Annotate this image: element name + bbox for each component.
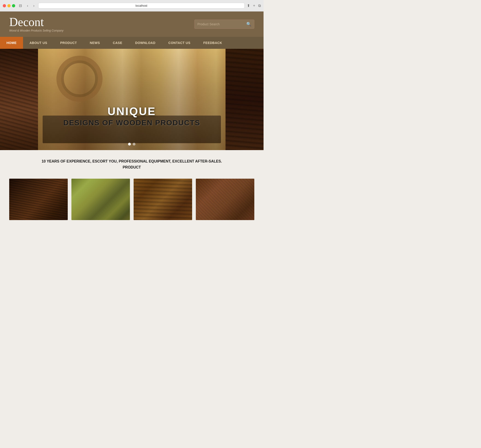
address-bar[interactable]: localhost <box>38 3 245 8</box>
hero-unique-text: UNIQUE <box>63 105 200 118</box>
hero-banner: UNIQUE DESIGNS OF WOODEN PRODUCTS <box>0 49 263 150</box>
nav-item-case[interactable]: CASE <box>106 37 129 49</box>
tagline-text: 10 YEARS OF EXPERIENCE, ESCORT YOU, PROF… <box>9 159 254 163</box>
hero-dot-2[interactable] <box>133 143 135 146</box>
product-section-label: PRODUCT <box>9 165 254 169</box>
search-box[interactable]: 🔍 <box>195 20 254 29</box>
content-section: 10 YEARS OF EXPERIENCE, ESCORT YOU, PROF… <box>0 150 263 174</box>
product-card-2[interactable] <box>71 179 130 220</box>
minimize-button[interactable] <box>7 4 11 7</box>
new-tab-button[interactable]: ＋ <box>252 3 256 8</box>
product-card-3[interactable] <box>134 179 192 220</box>
hero-dot-1[interactable] <box>128 143 131 146</box>
product-card-4[interactable] <box>196 179 254 220</box>
site-header: Decont Wood & Wooden Products Selling Co… <box>0 12 263 37</box>
hero-main-image <box>38 49 225 150</box>
nav-item-news[interactable]: NEWS <box>83 37 106 49</box>
logo-area: Decont Wood & Wooden Products Selling Co… <box>9 16 63 32</box>
traffic-lights <box>3 4 15 7</box>
nav-item-about[interactable]: ABOUT US <box>23 37 54 49</box>
close-button[interactable] <box>3 4 6 7</box>
forward-button[interactable]: › <box>32 3 36 8</box>
search-input[interactable] <box>197 22 246 26</box>
nav-item-product[interactable]: PRODUCT <box>54 37 83 49</box>
hero-side-left <box>0 49 38 150</box>
nav-item-home[interactable]: HOME <box>0 37 23 49</box>
hero-dots <box>128 143 135 146</box>
product-grid <box>0 174 263 229</box>
maximize-button[interactable] <box>12 4 15 7</box>
nav-item-download[interactable]: DOWNLOAD <box>129 37 162 49</box>
hero-subtitle-text: DESIGNS OF WOODEN PRODUCTS <box>63 118 200 127</box>
back-button[interactable]: ‹ <box>26 3 30 8</box>
nav-item-contact[interactable]: CONTACT US <box>162 37 197 49</box>
site-nav: HOME ABOUT US PRODUCT NEWS CASE DOWNLOAD… <box>0 37 263 49</box>
url-text: localhost <box>135 4 147 7</box>
sidebar-toggle-button[interactable]: ⊟ <box>17 3 23 8</box>
hero-text-overlay: UNIQUE DESIGNS OF WOODEN PRODUCTS <box>63 105 200 127</box>
hero-side-right <box>225 49 263 150</box>
nav-item-feedback[interactable]: FEEDBACK <box>197 37 229 49</box>
logo-tagline: Wood & Wooden Products Selling Company <box>9 29 63 32</box>
logo-text[interactable]: Decont <box>9 16 63 28</box>
product-card-1[interactable] <box>9 179 68 220</box>
browser-chrome: ⊟ ‹ › localhost ⬆ ＋ ⧉ <box>0 0 263 12</box>
tabs-button[interactable]: ⧉ <box>258 4 261 8</box>
search-icon[interactable]: 🔍 <box>246 22 251 27</box>
share-button[interactable]: ⬆ <box>247 3 250 8</box>
hero-background <box>0 49 263 150</box>
